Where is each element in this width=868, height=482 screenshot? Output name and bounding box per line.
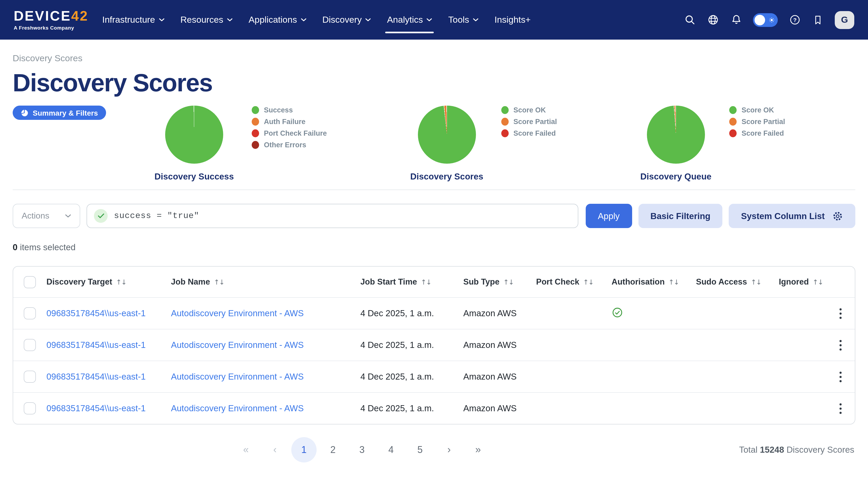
discovery-target-link[interactable]: 096835178454\\us-east-1 [46, 372, 146, 381]
nav-item-analytics[interactable]: Analytics [387, 14, 432, 25]
summary-filters-button[interactable]: Summary & Filters [13, 106, 106, 120]
column-header-port-check[interactable]: Port Check↑↓ [536, 277, 612, 287]
select-all-checkbox[interactable] [24, 276, 36, 288]
chart-title: Discovery Success [154, 172, 234, 182]
column-header-ignored[interactable]: Ignored↑↓ [779, 277, 826, 287]
search-icon [684, 14, 696, 26]
job-name-link[interactable]: Autodiscovery Environment - AWS [171, 403, 304, 413]
job-name-link[interactable]: Autodiscovery Environment - AWS [171, 372, 304, 381]
sub-type-cell: Amazon AWS [463, 340, 536, 350]
nav-item-tools[interactable]: Tools [448, 14, 478, 25]
page-first-button[interactable]: « [233, 437, 258, 462]
legend-dot [252, 106, 259, 114]
chevron-down-icon [65, 214, 71, 218]
column-header-label: Port Check [536, 277, 579, 287]
column-header-label: Job Start Time [361, 277, 417, 287]
legend-item: Success [252, 106, 327, 114]
row-checkbox[interactable] [24, 371, 36, 383]
top-navbar: DEVICE42 A Freshworks Company Infrastruc… [0, 0, 868, 39]
filter-query-text: success = "true" [114, 211, 199, 221]
discovery-target-link[interactable]: 096835178454\\us-east-1 [46, 340, 146, 350]
column-header-label: Ignored [779, 277, 809, 287]
toggle-knob [754, 14, 765, 25]
legend-item: Score Partial [501, 118, 557, 126]
sort-icon[interactable]: ↑↓ [503, 278, 514, 286]
apply-button[interactable]: Apply [585, 204, 632, 228]
nav-icons: ? [683, 13, 824, 27]
job-start-time-cell: 4 Dec 2025, 1 a.m. [361, 403, 463, 413]
theme-toggle[interactable] [753, 13, 778, 27]
sort-icon[interactable]: ↑↓ [421, 278, 431, 286]
page-next-button[interactable]: › [436, 437, 462, 462]
legend-dot [730, 129, 737, 137]
row-menu-kebab-icon[interactable] [837, 369, 844, 384]
column-header-job-name[interactable]: Job Name↑↓ [171, 277, 361, 287]
row-checkbox[interactable] [24, 339, 36, 351]
actions-label: Actions [22, 211, 49, 221]
user-avatar[interactable]: G [835, 11, 854, 29]
sort-icon[interactable]: ↑↓ [116, 278, 126, 286]
row-menu-kebab-icon[interactable] [837, 338, 844, 352]
legend-item: Score Partial [730, 118, 785, 126]
logo-wordmark: DEVICE42 [14, 9, 88, 23]
help-icon[interactable]: ? [788, 13, 801, 26]
sort-icon[interactable]: ↑↓ [214, 278, 224, 286]
job-start-time-cell: 4 Dec 2025, 1 a.m. [361, 340, 463, 350]
nav-item-infrastructure[interactable]: Infrastructure [102, 14, 164, 25]
notifications-icon [730, 14, 742, 26]
row-checkbox[interactable] [24, 402, 36, 415]
discovery-target-link[interactable]: 096835178454\\us-east-1 [46, 403, 146, 413]
sort-icon[interactable]: ↑↓ [751, 278, 762, 286]
nav-item-applications[interactable]: Applications [249, 14, 306, 25]
legend-item: Score Failed [730, 129, 785, 137]
sort-icon[interactable]: ↑↓ [583, 278, 594, 286]
nav-item-resources[interactable]: Resources [181, 14, 233, 25]
table-footer: «‹12345›» Total 15248 Discovery Scores [13, 437, 855, 462]
column-header-job-start-time[interactable]: Job Start Time↑↓ [361, 277, 463, 287]
search-icon[interactable] [683, 13, 696, 26]
basic-filtering-button[interactable]: Basic Filtering [638, 204, 722, 228]
sort-icon[interactable]: ↑↓ [669, 278, 679, 286]
job-start-time-cell: 4 Dec 2025, 1 a.m. [361, 372, 463, 382]
notifications-icon[interactable] [730, 13, 742, 26]
actions-dropdown[interactable]: Actions [13, 204, 80, 228]
page-last-button[interactable]: » [465, 437, 491, 462]
filter-query-input[interactable]: success = "true" [87, 204, 578, 228]
nav-item-label: Applications [249, 14, 297, 25]
legend-label: Success [264, 106, 293, 114]
authorised-check-icon [612, 306, 623, 318]
column-header-sudo-access[interactable]: Sudo Access↑↓ [696, 277, 779, 287]
page-prev-button[interactable]: ‹ [262, 437, 287, 462]
system-column-list-button[interactable]: System Column List [729, 204, 855, 228]
chevron-down-icon [227, 18, 233, 22]
job-name-link[interactable]: Autodiscovery Environment - AWS [171, 308, 304, 318]
sort-icon[interactable]: ↑↓ [813, 278, 823, 286]
column-header-discovery-target[interactable]: Discovery Target↑↓ [46, 277, 171, 287]
row-menu-kebab-icon[interactable] [837, 401, 844, 416]
page-4-button[interactable]: 4 [378, 437, 404, 462]
page-3-button[interactable]: 3 [349, 437, 375, 462]
discovery-target-link[interactable]: 096835178454\\us-east-1 [46, 308, 146, 318]
chevron-down-icon [427, 18, 432, 22]
row-checkbox[interactable] [24, 307, 36, 320]
page-title: Discovery Scores [13, 68, 855, 97]
globe-icon[interactable] [707, 13, 719, 26]
nav-item-discovery[interactable]: Discovery [322, 14, 371, 25]
column-header-label: Job Name [171, 277, 210, 287]
job-name-link[interactable]: Autodiscovery Environment - AWS [171, 340, 304, 350]
page-2-button[interactable]: 2 [320, 437, 346, 462]
summary-row: Summary & Filters Discovery SuccessSucce… [13, 106, 855, 182]
nav-item-insights[interactable]: Insights+ [494, 14, 531, 25]
logo[interactable]: DEVICE42 A Freshworks Company [14, 9, 88, 31]
bookmark-icon[interactable] [811, 13, 824, 26]
legend-label: Score OK [514, 106, 546, 114]
page-5-button[interactable]: 5 [407, 437, 433, 462]
column-header-sub-type[interactable]: Sub Type↑↓ [463, 277, 536, 287]
gear-icon [832, 210, 843, 221]
breadcrumb[interactable]: Discovery Scores [13, 53, 855, 64]
page-1-button[interactable]: 1 [291, 437, 317, 462]
chart-title: Discovery Queue [640, 172, 712, 182]
column-header-authorisation[interactable]: Authorisation↑↓ [612, 277, 696, 287]
row-menu-kebab-icon[interactable] [837, 306, 844, 321]
chevron-down-icon [159, 18, 165, 22]
